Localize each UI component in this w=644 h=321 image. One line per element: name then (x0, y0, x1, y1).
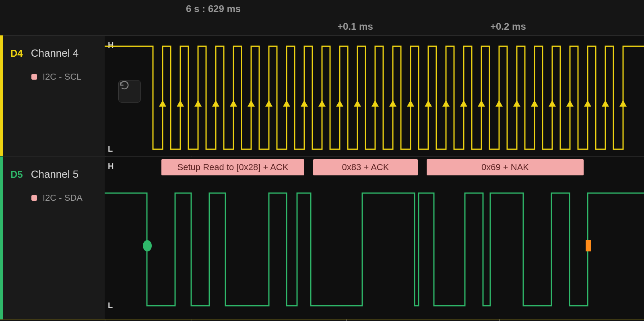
channel-name: Channel 4 (31, 47, 79, 60)
waveform-area-scl[interactable]: H L (105, 35, 644, 156)
protocol-color-dot (31, 195, 37, 201)
i2c-start-marker (143, 240, 152, 251)
channel-label-panel[interactable]: D5 Channel 5 I2C - SDA (3, 156, 105, 319)
channel-color-bar (0, 35, 3, 156)
channel-label-panel[interactable]: D4 Channel 4 I2C - SCL (3, 35, 105, 156)
i2c-stop-marker (586, 240, 591, 251)
scl-waveform (105, 36, 644, 156)
waveform-area-sda[interactable]: H L Setup Read to [0x28] + ACK 0x83 + AC… (105, 156, 644, 319)
ruler-time-origin: 6 s : 629 ms (186, 3, 241, 14)
ruler-tick: +0.2 ms (490, 21, 526, 32)
channel-name: Channel 5 (31, 168, 79, 181)
protocol-label: I2C - SDA (43, 193, 83, 203)
protocol-color-dot (31, 74, 37, 80)
time-ruler[interactable]: 6 s : 629 ms +0.1 ms +0.2 ms (0, 0, 644, 35)
sda-waveform (105, 157, 644, 319)
channel-row-d5: D5 Channel 5 I2C - SDA H L Setup Read to… (0, 156, 644, 319)
ruler-tick: +0.1 ms (337, 21, 373, 32)
protocol-label: I2C - SCL (43, 72, 82, 82)
channel-row-d4: D4 Channel 4 I2C - SCL H L (0, 35, 644, 156)
channel-id: D5 (10, 169, 23, 180)
channel-color-bar (0, 156, 3, 319)
channel-id: D4 (10, 48, 23, 59)
